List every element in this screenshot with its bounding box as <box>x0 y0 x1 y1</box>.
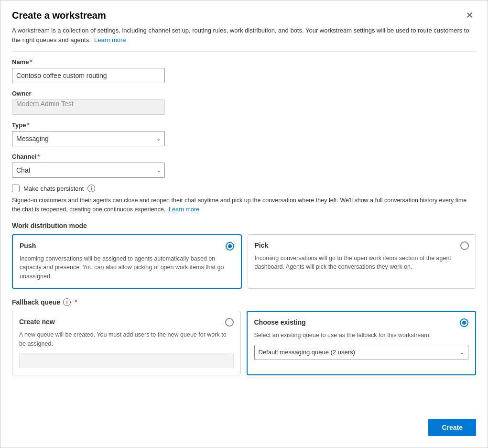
pick-radio-icon[interactable] <box>460 241 469 250</box>
pick-card-desc: Incoming conversations will go to the op… <box>255 254 469 272</box>
make-chats-persistent-row: Make chats persistent i <box>12 185 476 192</box>
make-chats-persistent-label[interactable]: Make chats persistent <box>23 185 84 192</box>
pick-card-header: Pick <box>255 241 469 250</box>
type-field-group: Type* Messaging Voice Chat ⌄ <box>12 121 476 146</box>
dialog-footer: Create <box>12 409 476 436</box>
create-new-title: Create new <box>19 318 55 326</box>
name-label: Name* <box>12 58 476 66</box>
push-card-title: Push <box>20 242 36 250</box>
create-new-card[interactable]: Create new A new queue will be created. … <box>12 311 241 376</box>
fallback-queue-required-star: * <box>75 298 77 306</box>
fallback-queue-cards: Create new A new queue will be created. … <box>12 311 476 376</box>
push-radio-icon[interactable] <box>226 242 234 251</box>
push-card[interactable]: Push Incoming conversations will be assi… <box>12 234 242 289</box>
channel-label: Channel* <box>12 153 476 160</box>
choose-existing-title: Choose existing <box>254 318 306 326</box>
dialog-description: A workstream is a collection of settings… <box>12 26 476 52</box>
make-chats-persistent-desc: Signed-in customers and their agents can… <box>12 196 476 214</box>
channel-required-star: * <box>37 153 40 160</box>
fallback-queue-info-icon[interactable]: i <box>63 298 71 306</box>
type-select-wrapper: Messaging Voice Chat ⌄ <box>12 131 165 146</box>
owner-field-group: Owner Modern Admin Test <box>12 90 476 115</box>
dialog-header: Create a workstream ✕ <box>12 10 476 21</box>
work-distribution-cards: Push Incoming conversations will be assi… <box>12 234 476 289</box>
make-chats-persistent-info-icon[interactable]: i <box>87 185 95 192</box>
name-field-group: Name* <box>12 58 476 83</box>
push-card-header: Push <box>20 242 234 251</box>
channel-select[interactable]: Chat Voice Email <box>12 163 165 178</box>
pick-card[interactable]: Pick Incoming conversations will go to t… <box>248 234 477 289</box>
create-button[interactable]: Create <box>428 419 476 436</box>
push-card-desc: Incoming conversations will be assigned … <box>20 254 234 281</box>
choose-existing-desc: Select an existing queue to use as the f… <box>254 331 469 340</box>
type-select[interactable]: Messaging Voice Chat <box>12 131 165 146</box>
queue-select-wrapper: Default messaging queue (2 users) Queue … <box>254 345 469 360</box>
owner-label: Owner <box>12 90 476 97</box>
queue-select[interactable]: Default messaging queue (2 users) Queue … <box>254 345 469 360</box>
create-new-disabled-input <box>19 353 234 368</box>
description-learn-more-link[interactable]: Learn more <box>94 36 126 44</box>
choose-existing-card-header: Choose existing <box>254 318 469 327</box>
close-button[interactable]: ✕ <box>463 10 476 21</box>
channel-select-wrapper: Chat Voice Email ⌄ <box>12 163 165 178</box>
channel-field-group: Channel* Chat Voice Email ⌄ <box>12 153 476 178</box>
type-required-star: * <box>27 121 29 129</box>
choose-existing-card[interactable]: Choose existing Select an existing queue… <box>247 311 477 376</box>
pick-card-title: Pick <box>255 241 269 249</box>
create-workstream-dialog: Create a workstream ✕ A workstream is a … <box>0 0 488 448</box>
make-chats-persistent-checkbox[interactable] <box>12 185 20 192</box>
dialog-title: Create a workstream <box>12 10 106 21</box>
type-label: Type* <box>12 121 476 129</box>
choose-existing-radio-icon[interactable] <box>460 318 468 327</box>
create-new-card-header: Create new <box>19 318 234 327</box>
work-distribution-title: Work distribution mode <box>12 222 476 229</box>
create-new-radio-icon[interactable] <box>225 318 234 327</box>
name-required-star: * <box>30 58 32 66</box>
fallback-queue-section-label: Fallback queue i * <box>12 298 476 306</box>
create-new-desc: A new queue will be created. You must ad… <box>19 330 234 349</box>
checkbox-learn-more-link[interactable]: Learn more <box>169 206 199 213</box>
owner-display: Modern Admin Test <box>12 99 165 115</box>
name-input[interactable] <box>12 68 165 83</box>
